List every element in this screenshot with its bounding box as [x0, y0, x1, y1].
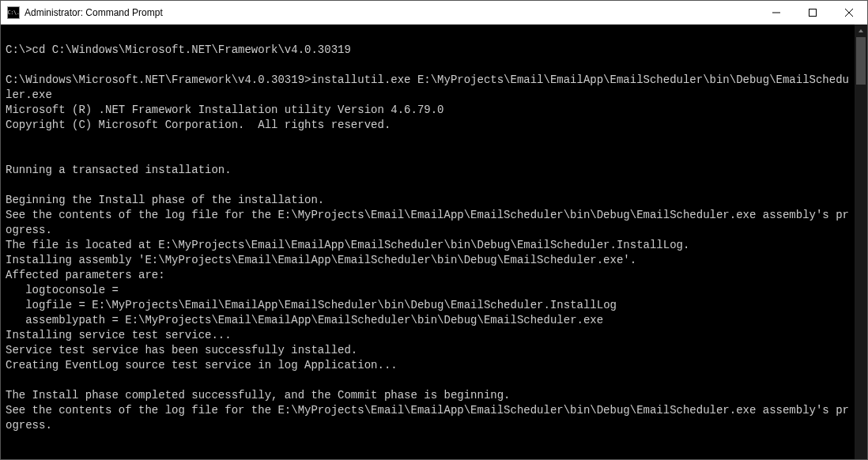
vertical-scrollbar[interactable] [855, 25, 867, 459]
command-prompt-window: C:\. Administrator: Command Prompt C:\>c… [0, 0, 868, 460]
window-title: Administrator: Command Prompt [25, 7, 163, 18]
titlebar[interactable]: C:\. Administrator: Command Prompt [1, 1, 867, 25]
console-area: C:\>cd C:\Windows\Microsoft.NET\Framewor… [1, 25, 867, 459]
close-button[interactable] [831, 1, 867, 25]
minimize-icon [772, 9, 780, 17]
svg-rect-1 [810, 9, 817, 17]
console-output[interactable]: C:\>cd C:\Windows\Microsoft.NET\Framewor… [1, 25, 855, 459]
maximize-button[interactable] [794, 1, 831, 25]
window-controls [758, 1, 867, 25]
scroll-up-arrow-icon[interactable] [855, 25, 867, 37]
maximize-icon [809, 9, 817, 17]
cmd-icon: C:\. [7, 6, 20, 19]
cmd-icon-text: C:\. [8, 10, 20, 16]
scroll-thumb[interactable] [856, 37, 866, 85]
minimize-button[interactable] [758, 1, 794, 25]
svg-marker-4 [859, 29, 863, 32]
close-icon [845, 9, 853, 17]
